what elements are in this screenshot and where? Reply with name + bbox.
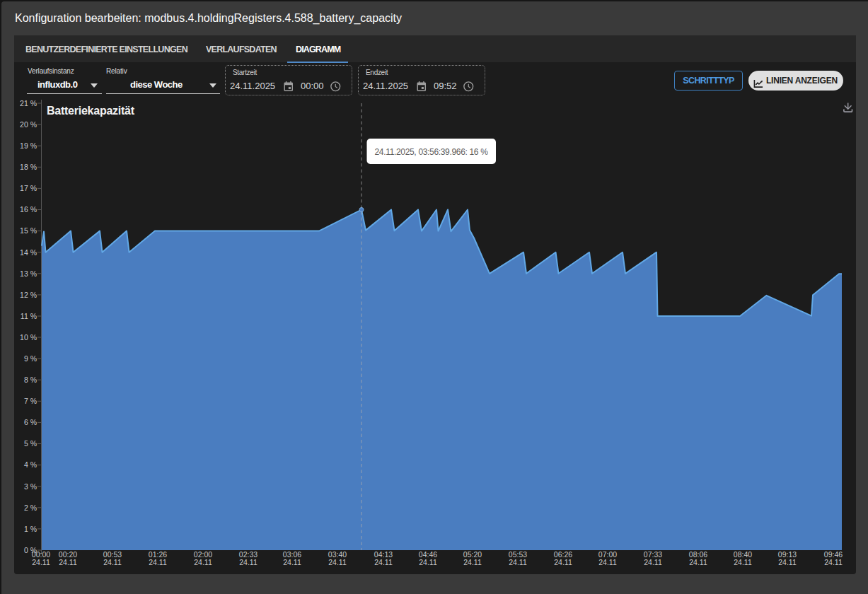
svg-text:24.11: 24.11 [32,558,50,566]
svg-text:24.11: 24.11 [824,558,843,566]
svg-text:24.11.2025, 03:56:39.966: 16 %: 24.11.2025, 03:56:39.966: 16 % [375,147,489,157]
svg-text:20 %: 20 % [20,120,37,129]
svg-text:24.11: 24.11 [734,558,752,566]
svg-text:6 %: 6 % [24,418,37,426]
svg-text:24.11: 24.11 [509,558,527,566]
svg-text:12 %: 12 % [20,291,37,299]
svg-text:24.11: 24.11 [598,558,617,566]
svg-text:9 %: 9 % [24,354,37,363]
svg-text:24.11: 24.11 [283,558,301,566]
svg-text:24.11: 24.11 [59,558,77,566]
svg-text:3 %: 3 % [24,482,37,491]
svg-text:24.11: 24.11 [554,558,572,566]
svg-text:1 %: 1 % [24,525,37,533]
svg-text:24.11: 24.11 [103,558,122,566]
svg-text:24.11: 24.11 [463,558,482,566]
svg-text:19 %: 19 % [20,141,37,150]
svg-text:17 %: 17 % [20,184,37,192]
svg-text:24.11: 24.11 [149,558,167,566]
svg-text:24.11: 24.11 [689,558,707,566]
svg-text:15 %: 15 % [20,226,37,235]
svg-text:24.11: 24.11 [374,558,393,566]
svg-text:24.11: 24.11 [328,558,347,566]
svg-text:2 %: 2 % [24,503,37,512]
svg-text:24.11: 24.11 [194,558,212,566]
svg-text:24.11: 24.11 [419,558,437,566]
svg-text:13 %: 13 % [20,269,37,278]
svg-text:4 %: 4 % [24,460,37,469]
svg-text:7 %: 7 % [24,397,37,405]
svg-text:24.11: 24.11 [778,558,797,566]
svg-text:8 %: 8 % [24,375,37,384]
svg-text:24.11: 24.11 [239,558,257,566]
svg-text:5 %: 5 % [24,439,37,448]
svg-text:11 %: 11 % [21,312,37,320]
svg-text:10 %: 10 % [20,333,37,342]
svg-text:Batteriekapazität: Batteriekapazität [47,105,135,117]
svg-text:21 %: 21 % [20,99,37,107]
svg-text:24.11: 24.11 [644,558,662,566]
svg-text:14 %: 14 % [20,248,37,257]
svg-text:16 %: 16 % [20,205,37,214]
svg-text:18 %: 18 % [20,163,37,171]
